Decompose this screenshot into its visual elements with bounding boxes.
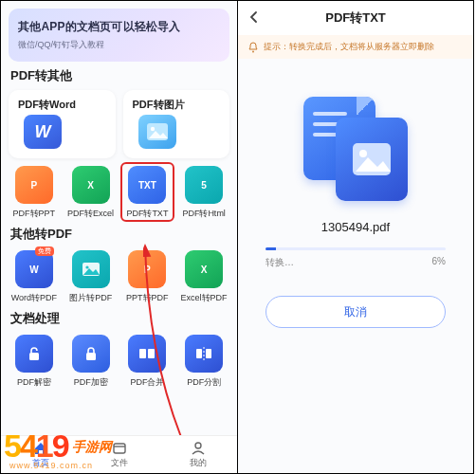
svg-point-3 bbox=[85, 265, 88, 268]
image-icon bbox=[138, 115, 176, 149]
nav-label: 首页 bbox=[32, 457, 49, 469]
cell-label: 图片转PDF bbox=[69, 292, 112, 304]
html-icon: 5 bbox=[185, 166, 223, 204]
svg-rect-9 bbox=[206, 349, 211, 358]
pdf-to-excel[interactable]: X PDF转Excel bbox=[65, 166, 117, 220]
page-title: PDF转TXT bbox=[265, 9, 447, 27]
pdf-to-word-card[interactable]: PDF转Word W bbox=[9, 90, 116, 158]
ppt-icon: P bbox=[128, 250, 166, 288]
pdf-decrypt[interactable]: PDF解密 bbox=[9, 335, 60, 389]
cell-label: Word转PDF bbox=[11, 292, 57, 304]
cell-label: PDF转Html bbox=[182, 208, 226, 220]
right-phone-screen: PDF转TXT 提示：转换完成后，文档将从服务器立即删除 1305494.pdf… bbox=[237, 0, 474, 474]
nav-me[interactable]: 我的 bbox=[158, 436, 237, 473]
progress-status: 转换… bbox=[265, 256, 294, 269]
cell-label: PDF分割 bbox=[187, 376, 221, 389]
nav-label: 文件 bbox=[111, 457, 128, 469]
cell-label: PDF转PPT bbox=[13, 208, 56, 220]
svg-rect-6 bbox=[139, 349, 146, 358]
svg-rect-7 bbox=[148, 349, 155, 358]
svg-rect-8 bbox=[196, 349, 202, 358]
back-button[interactable] bbox=[247, 9, 265, 28]
svg-rect-11 bbox=[114, 444, 125, 453]
ppt-icon: P bbox=[15, 166, 53, 204]
cell-label: PDF解密 bbox=[17, 376, 51, 389]
section-title-pdf-to-other: PDF转其他 bbox=[10, 67, 228, 84]
cell-label: PDF加密 bbox=[74, 376, 108, 389]
cell-label: PPT转PDF bbox=[126, 292, 169, 304]
pdf-split[interactable]: PDF分割 bbox=[178, 335, 229, 389]
nav-home[interactable]: 首页 bbox=[1, 436, 80, 473]
pdf-to-txt[interactable]: TXT PDF转TXT bbox=[122, 166, 174, 220]
split-icon bbox=[185, 335, 223, 373]
svg-point-15 bbox=[359, 150, 367, 157]
filename-label: 1305494.pdf bbox=[321, 220, 390, 234]
svg-rect-5 bbox=[86, 353, 96, 360]
progress-bar bbox=[265, 247, 446, 250]
header-bar: PDF转TXT bbox=[238, 1, 473, 35]
nav-label: 我的 bbox=[190, 457, 207, 469]
image-icon bbox=[72, 250, 110, 288]
card-label: PDF转图片 bbox=[133, 98, 223, 112]
excel-icon: X bbox=[185, 250, 223, 288]
image-to-pdf[interactable]: 图片转PDF bbox=[65, 250, 117, 304]
section-title-other-to-pdf: 其他转PDF bbox=[10, 226, 228, 243]
excel-to-pdf[interactable]: X Excel转PDF bbox=[178, 250, 229, 304]
merge-icon bbox=[128, 335, 166, 373]
import-banner[interactable]: 其他APP的文档页可以轻松导入 微信/QQ/钉钉导入教程 bbox=[9, 9, 229, 62]
tip-prefix: 提示： bbox=[264, 42, 289, 51]
pdf-to-ppt[interactable]: P PDF转PPT bbox=[9, 166, 60, 220]
bottom-nav: 首页 文件 我的 bbox=[1, 435, 237, 473]
home-icon bbox=[33, 441, 48, 456]
tip-text: 转换完成后，文档将从服务器立即删除 bbox=[289, 42, 434, 51]
cell-label: PDF转Excel bbox=[67, 208, 114, 220]
section-title-doc-process: 文档处理 bbox=[10, 310, 228, 327]
svg-point-1 bbox=[150, 127, 154, 131]
image-doc-icon bbox=[336, 118, 408, 201]
pdf-to-html[interactable]: 5 PDF转Html bbox=[178, 166, 229, 220]
banner-title: 其他APP的文档页可以轻松导入 bbox=[18, 19, 220, 35]
highlight-box bbox=[120, 162, 175, 222]
chevron-left-icon bbox=[247, 10, 261, 24]
tip-bar: 提示：转换完成后，文档将从服务器立即删除 bbox=[238, 35, 473, 59]
svg-point-12 bbox=[195, 443, 201, 448]
word-icon: W bbox=[24, 115, 62, 149]
files-icon bbox=[112, 441, 127, 456]
conversion-graphic bbox=[303, 97, 408, 201]
cancel-button[interactable]: 取消 bbox=[265, 296, 446, 328]
progress-percent: 6% bbox=[432, 256, 446, 269]
ppt-to-pdf[interactable]: P PPT转PDF bbox=[122, 250, 174, 304]
nav-files[interactable]: 文件 bbox=[80, 436, 158, 473]
pdf-to-image-card[interactable]: PDF转图片 bbox=[123, 90, 230, 158]
left-phone-screen: 其他APP的文档页可以轻松导入 微信/QQ/钉钉导入教程 PDF转其他 PDF转… bbox=[0, 0, 237, 474]
unlock-icon bbox=[15, 335, 53, 373]
person-icon bbox=[191, 441, 206, 456]
word-icon: W bbox=[15, 250, 53, 288]
excel-icon: X bbox=[72, 166, 110, 204]
word-to-pdf[interactable]: 免费 W Word转PDF bbox=[9, 250, 60, 304]
free-badge: 免费 bbox=[35, 246, 54, 256]
pdf-merge[interactable]: PDF合并 bbox=[122, 335, 174, 389]
svg-rect-4 bbox=[29, 353, 39, 360]
bell-icon bbox=[247, 42, 259, 53]
pdf-encrypt[interactable]: PDF加密 bbox=[65, 335, 117, 389]
cell-label: PDF合并 bbox=[130, 376, 164, 389]
card-label: PDF转Word bbox=[18, 98, 108, 112]
banner-sub: 微信/QQ/钉钉导入教程 bbox=[18, 39, 220, 51]
svg-point-13 bbox=[252, 50, 254, 52]
lock-icon bbox=[72, 335, 110, 373]
cell-label: Excel转PDF bbox=[181, 292, 228, 304]
